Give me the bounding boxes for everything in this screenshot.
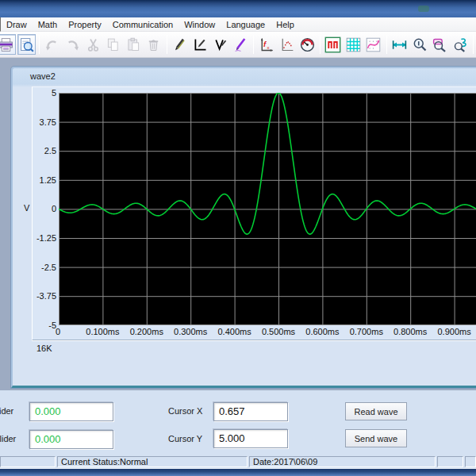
point-edit-icon <box>278 36 295 53</box>
toolbar-button-print[interactable] <box>0 34 16 55</box>
toolbar-button-line-draw[interactable] <box>190 34 209 55</box>
app-window: DrawMathPropertyCommunicationWindowLangu… <box>0 0 476 476</box>
cut-icon <box>85 36 102 53</box>
wave-window[interactable]: wave2 53.752.51.250-1.25-2.5-3.75-5 00.1… <box>11 67 476 388</box>
toolbar-button-zoom-region[interactable] <box>431 34 450 55</box>
waveform-trace <box>59 93 476 234</box>
freehand-draw-icon <box>232 36 249 53</box>
toolbar-button-copy[interactable] <box>104 34 123 55</box>
menu-item-math[interactable]: Math <box>33 18 63 31</box>
status-segment-empty <box>0 456 56 467</box>
waveform-svg <box>59 93 476 325</box>
status-segment-right <box>465 456 476 467</box>
toolbar-separator <box>386 35 387 54</box>
x-slider-value-field[interactable]: 0.000 <box>29 402 113 421</box>
undo-icon <box>44 36 60 53</box>
menu-item-communication[interactable]: Communication <box>107 18 178 31</box>
cursor-x-value-field[interactable]: 0.657 <box>213 402 288 421</box>
toolbar-separator <box>39 35 40 54</box>
grid-icon <box>345 36 362 53</box>
x-tick-label: 0.100ms <box>80 327 125 336</box>
read-wave-button[interactable]: Read wave <box>345 402 407 420</box>
y-tick-label: -2.5 <box>33 263 56 272</box>
control-panel: slider 0.000 slider 0.000 Cursor X 0.657… <box>0 390 476 455</box>
status-bar: Current Status:Normal Date:2017\06\09 <box>0 455 476 468</box>
redo-icon <box>64 36 81 53</box>
window-bottom-edge <box>0 468 476 476</box>
toolbar-button-zoom-reset[interactable] <box>451 34 470 55</box>
toolbar-separator <box>167 35 167 54</box>
x-tick-label: 0.900ms <box>432 327 476 336</box>
toolbar-button-cut[interactable] <box>83 34 102 55</box>
send-wave-button[interactable]: Send wave <box>345 429 407 447</box>
menu-item-language[interactable]: Language <box>221 18 271 31</box>
y-tick-label: 1.25 <box>33 175 56 185</box>
y-tick-label: -3.75 <box>33 291 56 301</box>
toolbar-button-function-draw[interactable]: fx <box>257 34 276 55</box>
toolbar-button-gauge[interactable] <box>298 34 317 55</box>
y-axis-unit-label: V <box>24 203 29 213</box>
titlebar-app-icon <box>418 6 429 12</box>
sample-count-label: 16K <box>36 344 52 353</box>
y-slider-label: slider <box>0 434 16 443</box>
x-tick-label: 0.300ms <box>168 327 213 336</box>
toolbar-button-zoom-in[interactable] <box>410 34 429 55</box>
cursor-y-value-field[interactable]: 5.000 <box>213 429 288 448</box>
toolbar: fx <box>0 32 476 58</box>
x-tick-label: 0.600ms <box>300 327 344 336</box>
menu-item-help[interactable]: Help <box>271 18 300 31</box>
y-tick-label: 2.5 <box>33 146 56 155</box>
waveform-chart[interactable] <box>59 93 476 325</box>
y-slider-value-field[interactable]: 0.000 <box>29 430 113 449</box>
toolbar-button-paste[interactable] <box>125 34 144 55</box>
toolbar-button-point-edit[interactable] <box>278 34 297 55</box>
pencil-icon <box>171 36 188 53</box>
x-tick-label: 0.200ms <box>125 327 169 336</box>
x-tick-label: 0 <box>36 327 80 336</box>
x-tick-label: 0.800ms <box>388 327 432 336</box>
marker-icon <box>324 36 341 53</box>
y-tick-label: -1.25 <box>33 233 56 243</box>
toolbar-button-pencil[interactable] <box>171 34 190 55</box>
print-icon <box>0 36 14 53</box>
status-segment-small <box>437 456 463 467</box>
toolbar-button-zoom-horizontal[interactable] <box>390 34 409 55</box>
print-preview-icon <box>18 36 35 53</box>
zoom-reset-icon <box>452 36 469 53</box>
y-tick-label: 0 <box>33 204 56 213</box>
delete-icon <box>145 36 162 53</box>
curve-fit-icon <box>365 36 382 53</box>
toolbar-button-redo[interactable] <box>63 34 83 55</box>
menu-item-window[interactable]: Window <box>178 18 221 31</box>
menu-bar: DrawMathPropertyCommunicationWindowLangu… <box>0 17 476 32</box>
toolbar-button-freehand-draw[interactable] <box>232 34 251 55</box>
toolbar-separator <box>473 35 474 54</box>
chart-grid <box>59 93 476 325</box>
toolbar-button-undo[interactable] <box>43 34 62 55</box>
gauge-icon <box>299 36 316 53</box>
toolbar-button-grid[interactable] <box>344 34 363 55</box>
toolbar-separator <box>253 35 254 54</box>
toolbar-button-polyline-draw[interactable] <box>211 34 230 55</box>
polyline-draw-icon <box>212 36 228 53</box>
line-draw-icon <box>192 36 209 53</box>
status-segment-date: Date:2017\06\09 <box>249 456 436 467</box>
wave-window-title[interactable]: wave2 <box>30 71 56 81</box>
toolbar-button-delete[interactable] <box>144 34 163 55</box>
toolbar-button-print-preview[interactable] <box>17 34 36 55</box>
window-titlebar <box>0 0 476 17</box>
paste-icon <box>125 36 142 53</box>
menu-item-property[interactable]: Property <box>63 18 107 31</box>
svg-text:x: x <box>267 44 270 49</box>
copy-icon <box>105 36 121 53</box>
x-tick-label: 0.700ms <box>344 327 389 336</box>
cursor-x-label: Cursor X <box>168 406 202 416</box>
plot-panel: 53.752.51.250-1.25-2.5-3.75-5 00.100ms0.… <box>32 86 476 340</box>
x-tick-label: 0.500ms <box>256 327 301 336</box>
toolbar-separator <box>320 35 321 54</box>
toolbar-button-curve-fit[interactable] <box>364 34 383 55</box>
menu-item-draw[interactable]: Draw <box>1 18 33 31</box>
cursor-y-label: Cursor Y <box>168 434 202 443</box>
toolbar-button-marker[interactable] <box>324 34 343 55</box>
y-tick-label: 5 <box>33 88 56 98</box>
